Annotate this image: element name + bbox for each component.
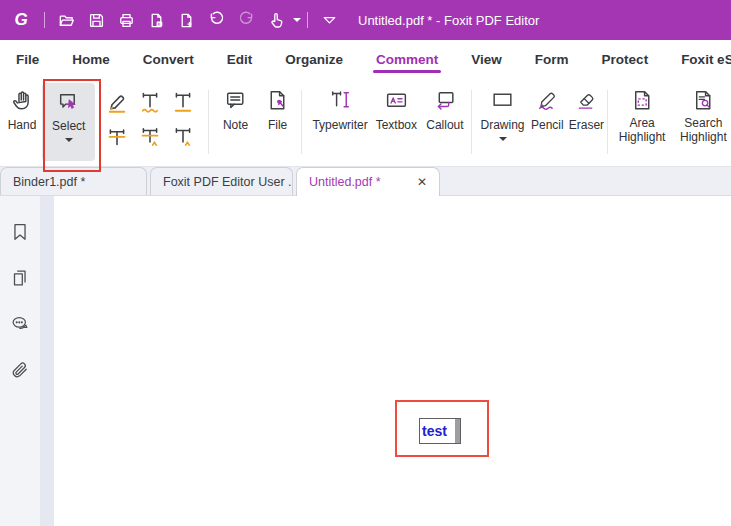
window-title: Untitled.pdf * - Foxit PDF Editor <box>358 13 539 28</box>
page-plus-icon[interactable] <box>171 7 201 33</box>
menu-view[interactable]: View <box>469 44 504 75</box>
page-minus-icon[interactable] <box>141 7 171 33</box>
area-highlight-icon <box>630 88 655 113</box>
print-icon[interactable] <box>111 7 141 33</box>
menu-convert[interactable]: Convert <box>141 44 196 75</box>
menu-comment[interactable]: Comment <box>374 44 440 75</box>
menu-protect[interactable]: Protect <box>600 44 651 75</box>
squiggly-underline-tool-button[interactable] <box>136 88 164 116</box>
touch-mode-button[interactable] <box>261 7 301 33</box>
undo-icon[interactable] <box>201 7 231 33</box>
search-highlight-label-line2: Highlight <box>680 130 727 144</box>
comments-panel-icon[interactable] <box>8 312 32 336</box>
area-highlight-label-line1: Area <box>629 116 654 130</box>
text-caret-bar <box>455 419 460 443</box>
divider <box>44 12 45 28</box>
eraser-icon <box>574 88 599 113</box>
insert-text-tool-button[interactable] <box>169 122 197 150</box>
document-tab-bar: Binder1.pdf * Foxit PDF Editor User ... … <box>0 167 731 196</box>
note-tool-label: Note <box>223 118 248 132</box>
tab-label: Foxit PDF Editor User ... <box>163 175 293 189</box>
typewriter-icon <box>328 88 353 113</box>
search-highlight-tool-button[interactable]: Search Highlight <box>676 82 731 144</box>
panel-divider[interactable] <box>40 196 54 526</box>
divider <box>301 90 302 154</box>
bookmarks-panel-icon[interactable] <box>8 220 32 244</box>
tab-untitled[interactable]: Untitled.pdf * ✕ <box>296 167 440 196</box>
select-tool-button[interactable]: Select <box>42 83 95 161</box>
highlight-tool-button[interactable] <box>103 88 131 116</box>
squiggly-underline-icon <box>138 90 162 114</box>
file-attachment-tool-button[interactable]: File <box>258 82 298 132</box>
typewriter-text: test <box>422 424 447 438</box>
menu-file[interactable]: File <box>14 44 41 75</box>
pencil-tool-button[interactable]: Pencil <box>527 82 567 132</box>
callout-tool-label: Callout <box>426 118 463 132</box>
underline-icon <box>171 90 195 114</box>
pdf-page-canvas[interactable] <box>54 196 731 526</box>
note-tool-button[interactable]: Note <box>216 82 256 132</box>
search-highlight-icon <box>691 88 716 113</box>
select-annotation-icon <box>56 89 81 114</box>
hand-icon <box>10 88 35 113</box>
text-markup-group <box>100 82 199 150</box>
file-attachment-icon <box>265 88 290 113</box>
title-bar: G <box>0 0 731 40</box>
pencil-icon <box>535 88 560 113</box>
divider <box>208 90 209 154</box>
textbox-tool-label: Textbox <box>376 118 417 132</box>
open-file-icon[interactable] <box>51 7 81 33</box>
strikeout-icon <box>105 124 129 148</box>
divider <box>307 12 308 28</box>
menu-home[interactable]: Home <box>70 44 112 75</box>
underline-tool-button[interactable] <box>169 88 197 116</box>
pencil-tool-label: Pencil <box>531 118 564 132</box>
eraser-tool-label: Eraser <box>569 118 604 132</box>
callout-tool-button[interactable]: Callout <box>421 82 469 132</box>
menu-foxit-esign[interactable]: Foxit eSign <box>679 44 731 75</box>
textbox-tool-button[interactable]: Textbox <box>372 82 422 132</box>
textbox-icon <box>384 88 409 113</box>
drawing-tool-button[interactable]: Drawing <box>478 82 528 141</box>
area-highlight-label-line2: Highlight <box>619 130 666 144</box>
tab-label: Binder1.pdf * <box>13 175 85 189</box>
comment-toolbar: Hand Select <box>0 78 731 167</box>
highlighter-icon <box>105 90 129 114</box>
chevron-down-icon[interactable] <box>65 138 73 142</box>
drawing-rectangle-icon <box>490 88 515 113</box>
navigation-panel-rail <box>0 196 40 526</box>
pages-panel-icon[interactable] <box>8 266 32 290</box>
typewriter-edit-field[interactable]: test <box>419 418 461 444</box>
tab-foxit-user-guide[interactable]: Foxit PDF Editor User ... <box>150 167 293 195</box>
menu-organize[interactable]: Organize <box>283 44 345 75</box>
drawing-tool-label: Drawing <box>481 118 525 132</box>
menu-edit[interactable]: Edit <box>225 44 255 75</box>
file-attachment-tool-label: File <box>268 118 287 132</box>
divider <box>607 90 608 154</box>
hand-tool-label: Hand <box>8 118 37 132</box>
save-icon[interactable] <box>81 7 111 33</box>
insert-text-icon <box>171 124 195 148</box>
area-highlight-tool-button[interactable]: Area Highlight <box>614 82 669 144</box>
replace-text-icon <box>138 124 162 148</box>
hand-tool-button[interactable]: Hand <box>2 82 42 132</box>
chevron-down-icon[interactable] <box>499 137 507 141</box>
eraser-tool-button[interactable]: Eraser <box>567 82 605 132</box>
main-area <box>0 196 731 526</box>
divider <box>471 90 472 154</box>
chevron-down-icon <box>293 18 301 22</box>
menu-form[interactable]: Form <box>533 44 571 75</box>
strikeout-tool-button[interactable] <box>103 122 131 150</box>
tab-binder1[interactable]: Binder1.pdf * <box>0 167 147 195</box>
typewriter-tool-button[interactable]: Typewriter <box>309 82 372 132</box>
collapse-toolbar-icon[interactable] <box>314 7 344 33</box>
touch-hand-icon <box>261 7 291 33</box>
redo-icon <box>231 7 261 33</box>
note-icon <box>223 88 248 113</box>
replace-text-tool-button[interactable] <box>136 122 164 150</box>
foxit-logo-icon: G <box>10 9 32 31</box>
tab-label: Untitled.pdf * <box>309 175 381 189</box>
search-highlight-label-line1: Search <box>684 116 722 130</box>
attachments-panel-icon[interactable] <box>8 358 32 382</box>
close-icon[interactable]: ✕ <box>417 175 427 189</box>
